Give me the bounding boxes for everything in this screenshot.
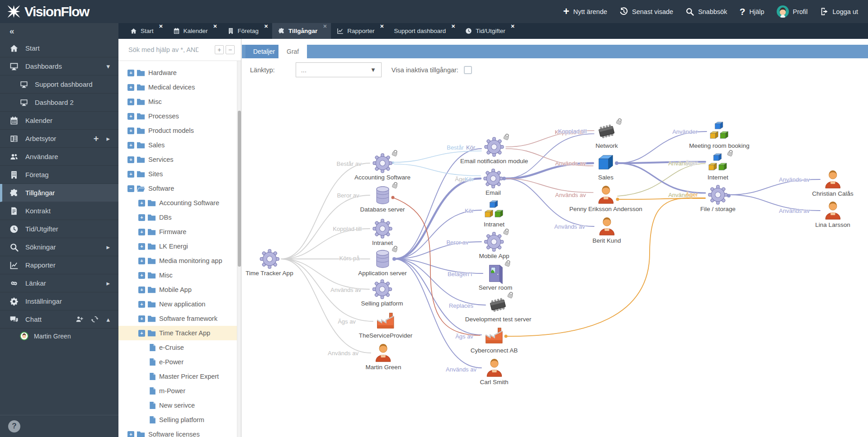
caret-down-icon[interactable]: ▾ xyxy=(106,63,110,70)
graph-node-lina[interactable]: Lina Larsson xyxy=(815,200,850,228)
expand-icon[interactable]: + xyxy=(138,272,145,279)
graph-node-christian[interactable]: Christian Calås xyxy=(812,169,854,197)
tree-item-master-pricer-expert[interactable]: Master Pricer Expert xyxy=(118,369,241,384)
expand-icon[interactable]: + xyxy=(138,315,145,322)
tree-item-sites[interactable]: +Sites xyxy=(118,167,241,181)
tree-item-firmware[interactable]: +Firmware xyxy=(118,225,241,239)
expand-icon[interactable]: + xyxy=(138,200,145,207)
tree-item-dbs[interactable]: +DBs xyxy=(118,210,241,225)
tree-item-time-tracker-app[interactable]: +Time Tracker App xyxy=(118,326,241,340)
tree-item-media-monitoring-app[interactable]: +Media monitoring app xyxy=(118,254,241,268)
tree-item-accounting-software[interactable]: +Accounting Software xyxy=(118,196,241,210)
sidebar-item-chat-user-martin-green[interactable]: Martin Green xyxy=(0,329,118,343)
sidebar-item-installningar[interactable]: Inställningar xyxy=(0,292,118,310)
caret-right-icon[interactable]: ▸ xyxy=(106,135,110,142)
tree-item-m-power[interactable]: m-Power xyxy=(118,384,241,398)
graph-node-serviceprovider[interactable]: TheServiceProvider xyxy=(359,311,413,339)
brand[interactable]: VisionFlow xyxy=(6,4,89,19)
tab-kalender[interactable]: Kalender✕ xyxy=(167,23,222,39)
help-circle-button[interactable]: ? xyxy=(8,420,20,432)
tab-tid-utgifter[interactable]: Tid/Utgifter✕ xyxy=(459,23,519,39)
tree-item-lk-energi[interactable]: +LK Energi xyxy=(118,239,241,254)
sidebar-item-dashboard-2[interactable]: Dashboard 2 xyxy=(0,94,118,112)
expand-icon[interactable]: + xyxy=(138,330,145,337)
sidebar-item-rapporter[interactable]: Rapporter xyxy=(0,256,118,274)
tree-item-medical-devices[interactable]: +Medical devices xyxy=(118,80,241,94)
graph-node-martin[interactable]: Martin Green xyxy=(366,343,401,371)
graph-node-devtest[interactable]: Development test server xyxy=(465,295,531,323)
graph-node-berit[interactable]: Berit Kund xyxy=(592,216,621,244)
caret-right-icon[interactable]: ▸ xyxy=(106,244,110,250)
graph-node-network[interactable]: Network xyxy=(595,121,618,149)
plus-icon[interactable]: + xyxy=(94,134,99,143)
sidebar-item-dashboards[interactable]: Dashboards▾ xyxy=(0,57,118,75)
tree-item-services[interactable]: +Services xyxy=(118,152,241,167)
tab-support-dashboard[interactable]: Support dashboard✕ xyxy=(388,23,459,39)
tree-item-software[interactable]: −Software xyxy=(118,181,241,196)
collapse-all-button[interactable]: − xyxy=(226,45,235,54)
sidebar-item-support-dashboard[interactable]: Support dashboard xyxy=(0,75,118,94)
expand-icon[interactable]: + xyxy=(127,127,134,134)
tree-item-sales[interactable]: +Sales xyxy=(118,138,241,152)
graph-node-intranet-sw[interactable]: Intranet xyxy=(372,218,393,246)
graph-node-timetracker[interactable]: Time Tracker App xyxy=(245,249,293,277)
sidebar-item-tid-utgifter[interactable]: Tid/Utgifter xyxy=(0,220,118,238)
graph-node-meetingroom[interactable]: Meeting room booking xyxy=(689,121,750,149)
tree-scrollbar[interactable] xyxy=(237,61,241,437)
tab-detaljer[interactable]: Detaljer xyxy=(245,45,283,58)
sidebar-collapse-button[interactable]: « xyxy=(0,23,118,39)
sidebar-item-kontrakt[interactable]: Kontrakt xyxy=(0,202,118,220)
expand-icon[interactable]: + xyxy=(138,301,145,308)
tab-rapporter[interactable]: Rapporter✕ xyxy=(331,23,388,39)
expand-icon[interactable]: + xyxy=(127,431,134,437)
tree-item-new-application[interactable]: +New application xyxy=(118,297,241,311)
tree-item-hardware[interactable]: +Hardware xyxy=(118,66,241,80)
sidebar-item-lankar[interactable]: Länkar▸ xyxy=(0,274,118,292)
tab-f-retag[interactable]: Företag✕ xyxy=(222,23,273,39)
refresh-icon[interactable] xyxy=(91,315,99,323)
tree-item-e-power[interactable]: e-Power xyxy=(118,355,241,369)
graph-node-mobileapp[interactable]: Mobile App xyxy=(479,231,509,259)
user-plus-icon[interactable] xyxy=(75,315,83,323)
help-button[interactable]: ?Hjälp xyxy=(740,7,764,16)
collapse-icon[interactable]: − xyxy=(127,185,134,192)
expand-icon[interactable]: + xyxy=(138,258,145,264)
expand-all-button[interactable]: + xyxy=(215,45,224,54)
caret-right-icon[interactable]: ▸ xyxy=(106,280,110,287)
expand-icon[interactable]: + xyxy=(127,99,134,105)
tree-item-selling-platform[interactable]: Selling platform xyxy=(118,413,241,427)
graph-node-selling[interactable]: Selling platform xyxy=(361,279,403,307)
close-icon[interactable]: ✕ xyxy=(323,23,327,29)
tree-item-software-licenses[interactable]: +Software licenses xyxy=(118,427,241,437)
tab-start[interactable]: Start✕ xyxy=(124,23,167,39)
tree-scrollbar-thumb[interactable] xyxy=(238,111,241,267)
logout-button[interactable]: Logga ut xyxy=(820,7,858,16)
close-icon[interactable]: ✕ xyxy=(213,23,217,29)
caret-up-icon[interactable]: ▴ xyxy=(106,316,110,323)
tree-item-new-serivce[interactable]: New serivce xyxy=(118,398,241,413)
expand-icon[interactable]: + xyxy=(138,214,145,221)
graph-node-accounting[interactable]: Accounting Software xyxy=(354,153,410,181)
tree-search-input[interactable] xyxy=(128,46,198,53)
sidebar-item-sokningar[interactable]: Sökningar▸ xyxy=(0,238,118,256)
sidebar-item-chatt[interactable]: Chatt▴ xyxy=(0,310,118,329)
graph-node-cyber[interactable]: Cyberconnect AB xyxy=(471,326,518,354)
sidebar-item-start[interactable]: Start xyxy=(0,39,118,57)
tab-graf[interactable]: Graf xyxy=(278,45,307,58)
graph-node-internet[interactable]: Internet xyxy=(708,153,728,181)
graph-node-filestorage[interactable]: File / storage xyxy=(700,184,736,212)
graph-node-dbserver[interactable]: Database server xyxy=(360,185,405,213)
close-icon[interactable]: ✕ xyxy=(511,23,515,29)
tree-item-mobile-app[interactable]: +Mobile App xyxy=(118,282,241,297)
expand-icon[interactable]: + xyxy=(127,171,134,178)
close-icon[interactable]: ✕ xyxy=(264,23,268,29)
tree-item-misc[interactable]: +Misc xyxy=(118,94,241,109)
linktype-select[interactable]: ... ▼ xyxy=(296,62,382,77)
expand-icon[interactable]: + xyxy=(138,229,145,235)
close-icon[interactable]: ✕ xyxy=(451,23,455,29)
show-inactive-checkbox[interactable] xyxy=(464,66,472,74)
tree-item-software-framework[interactable]: +Software framework xyxy=(118,311,241,326)
tree-item-processes[interactable]: +Processes xyxy=(118,109,241,123)
graph-node-emailnotif[interactable]: Email notification module xyxy=(460,136,528,164)
tree-item-e-cruise[interactable]: e-Cruise xyxy=(118,340,241,355)
